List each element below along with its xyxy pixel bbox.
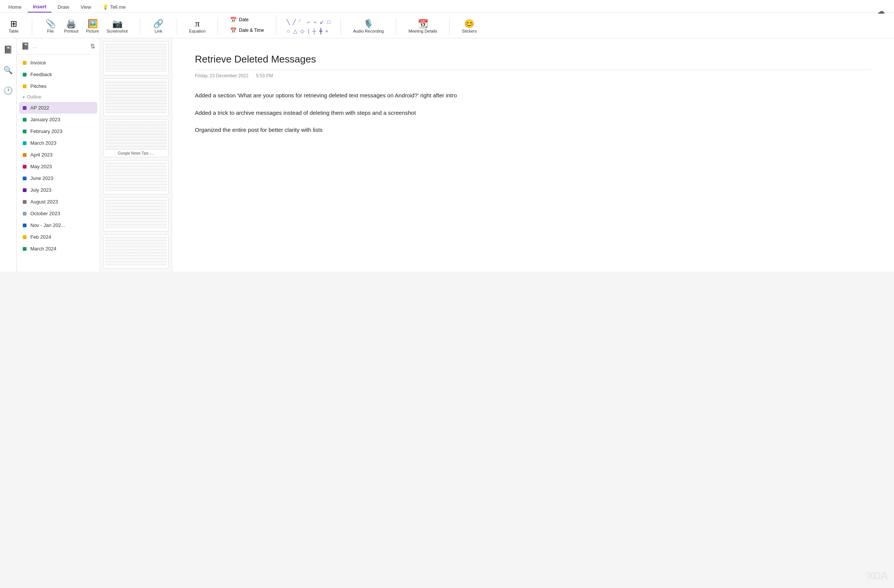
shape-cross1[interactable]: ┼	[311, 27, 317, 35]
jun2023-dot	[23, 177, 27, 180]
picture-icon: 🖼️	[88, 20, 98, 28]
sidebar-item-aug2023[interactable]: August 2023	[17, 196, 100, 208]
screenshot-button[interactable]: 📷 Screenshot	[104, 18, 131, 35]
pitches-dot	[23, 84, 27, 88]
jul2023-dot	[23, 188, 27, 192]
page-thumb-4[interactable]	[103, 160, 169, 194]
file-button[interactable]: 📎 File	[41, 18, 60, 35]
page-thumb-3[interactable]: Google News Tips -...	[103, 119, 169, 157]
shape-circle[interactable]: ○	[285, 27, 291, 35]
notebook-list: Invoice Feedback Pitches ▾ Outline	[17, 55, 100, 272]
page-thumb-1[interactable]	[103, 41, 169, 75]
outline-section[interactable]: ▾ Outline	[17, 92, 100, 102]
sidebar-item-oct2023[interactable]: October 2023	[17, 208, 100, 219]
datetime-button[interactable]: 📅 Date & Time	[227, 26, 267, 35]
shape-plus[interactable]: +	[324, 27, 329, 35]
sidebar-item-pitches[interactable]: Pitches	[17, 80, 100, 92]
page-thumb-5[interactable]	[103, 197, 169, 231]
apr2023-dot	[23, 153, 27, 157]
page-content: Added a section 'What are your options f…	[195, 91, 871, 135]
shape-triangle[interactable]: △	[292, 27, 298, 35]
notebook-icon-btn[interactable]: 📓	[1, 43, 15, 56]
shape-diamond[interactable]: ◇	[299, 27, 306, 35]
table-group: ⊞ Table	[5, 18, 32, 35]
tab-home[interactable]: Home	[3, 2, 27, 12]
stickers-button[interactable]: 😊 Stickers	[459, 18, 480, 35]
file-icon: 📎	[45, 20, 56, 28]
notebook-header-icon: 📓	[21, 42, 30, 50]
shape-angle2[interactable]: ⌐	[312, 18, 317, 27]
sidebar-item-feedback[interactable]: Feedback	[17, 69, 100, 80]
equation-group: π Equation	[186, 17, 218, 35]
meeting-details-button[interactable]: 📆 Meeting Details	[405, 18, 440, 35]
stickers-icon: 😊	[464, 20, 474, 28]
cloud-sync-icon: ☁	[877, 6, 885, 16]
sidebar-item-feb2024[interactable]: Feb 2024	[17, 231, 100, 243]
shape-bracket[interactable]: ⟨	[306, 27, 311, 35]
equation-icon: π	[195, 19, 199, 28]
link-button[interactable]: 🔗 Link	[149, 18, 168, 35]
shape-cross2[interactable]: ╋	[318, 27, 323, 35]
screenshot-icon: 📷	[112, 20, 122, 28]
page-title: Retrieve Deleted Messages	[195, 53, 871, 70]
xda-watermark: XDA	[867, 570, 888, 582]
oct2023-dot	[23, 212, 27, 216]
audio-icon: 🎙️	[363, 20, 373, 28]
equation-button[interactable]: π Equation	[186, 17, 209, 35]
sidebar-item-jul2023[interactable]: July 2023	[17, 184, 100, 196]
tab-view[interactable]: View	[75, 2, 96, 12]
shape-arc[interactable]: ⌒	[296, 17, 307, 28]
sidebar-item-feb2023[interactable]: February 2023	[17, 125, 100, 137]
audio-recording-button[interactable]: 🎙️ Audio Recording	[350, 18, 387, 35]
sidebar-item-ap2022[interactable]: AP 2022	[19, 102, 97, 114]
sidebar-item-jun2023[interactable]: June 2023	[17, 172, 100, 184]
page-time: 5:53 PM	[256, 73, 273, 78]
sidebar-item-apr2023[interactable]: April 2023	[17, 149, 100, 161]
page-thumb-6[interactable]	[103, 235, 169, 269]
date-button[interactable]: 📅 Date	[227, 15, 267, 24]
content-area[interactable]: Retrieve Deleted Messages Friday, 23 Dec…	[172, 38, 894, 272]
feb2024-dot	[23, 235, 27, 239]
aug2023-dot	[23, 200, 27, 204]
invoice-dot	[23, 61, 27, 65]
printout-button[interactable]: 🖨️ Printout	[61, 18, 82, 35]
notebook-header: 📓 ... ⇅	[17, 38, 100, 55]
shape-line1[interactable]: ╲	[285, 18, 291, 27]
picture-button[interactable]: 🖼️ Picture	[83, 18, 102, 35]
sidebar-item-invoice[interactable]: Invoice	[17, 57, 100, 69]
tab-tell-me[interactable]: 💡 Tell me	[97, 2, 131, 12]
shape-rect[interactable]: □	[326, 18, 331, 27]
table-button[interactable]: ⊞ Table	[5, 18, 23, 35]
tab-draw[interactable]: Draw	[52, 2, 74, 12]
search-icon-btn[interactable]: 🔍	[1, 63, 15, 77]
sidebar-item-mar2023[interactable]: March 2023	[17, 137, 100, 149]
shapes-palette: ╲ ╱ ⌒ ⌐ ⌐ ↙ □ ○ △ ◇ ⟨ ┼ ╋	[285, 18, 331, 35]
pages-panel: Google News Tips -...	[100, 38, 172, 272]
paragraph-3: Organized the entire post for better cla…	[195, 125, 871, 135]
page-date: Friday, 23 December 2022	[195, 73, 248, 78]
audio-group: 🎙️ Audio Recording	[350, 18, 396, 35]
insert-group: 📎 File 🖨️ Printout 🖼️ Picture 📷 Screensh…	[41, 18, 140, 35]
sidebar-item-may2023[interactable]: May 2023	[17, 161, 100, 172]
notebook-panel: 📓 ... ⇅ Invoice Feedback Pitches	[17, 38, 100, 272]
history-icon-btn[interactable]: 🕐	[1, 84, 15, 97]
meeting-group: 📆 Meeting Details	[405, 18, 450, 35]
link-group: 🔗 Link	[149, 18, 177, 35]
sidebar-item-novjan[interactable]: Nov - Jan 202...	[17, 219, 100, 231]
page-thumb-2[interactable]	[103, 78, 169, 116]
paragraph-1: Added a section 'What are your options f…	[195, 91, 871, 100]
sidebar-item-jan2023[interactable]: January 2023	[17, 114, 100, 125]
feedback-dot	[23, 73, 27, 77]
sort-button[interactable]: ⇅	[90, 43, 95, 50]
lightbulb-icon: 💡	[102, 4, 108, 10]
mar2023-dot	[23, 141, 27, 145]
ap2022-dot	[23, 106, 27, 110]
tab-insert[interactable]: Insert	[28, 2, 52, 13]
outline-arrow: ▾	[23, 95, 25, 99]
jan2023-dot	[23, 118, 27, 122]
shape-arrow1[interactable]: ↙	[318, 18, 325, 27]
sidebar-item-mar2024[interactable]: March 2024	[17, 243, 100, 255]
shapes-group: ╲ ╱ ⌒ ⌐ ⌐ ↙ □ ○ △ ◇ ⟨ ┼ ╋	[285, 18, 341, 35]
printout-icon: 🖨️	[66, 20, 76, 28]
link-icon: 🔗	[153, 20, 163, 28]
